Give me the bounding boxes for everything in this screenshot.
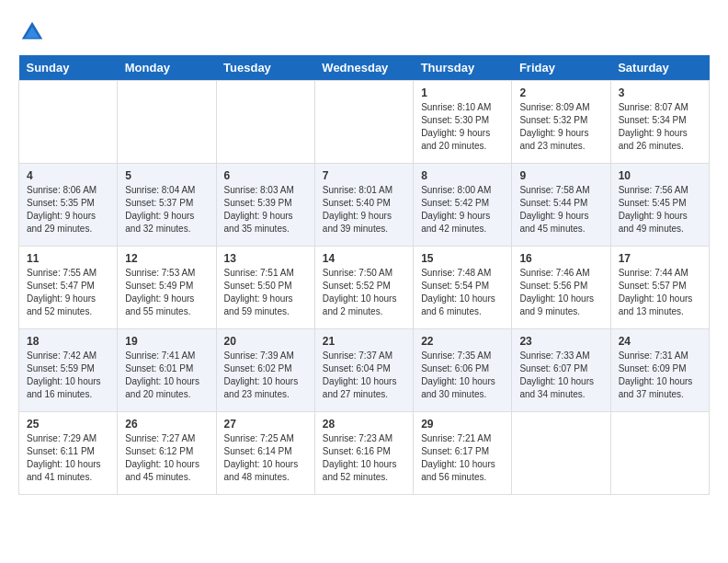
day-cell: 6Sunrise: 8:03 AM Sunset: 5:39 PM Daylig…: [216, 164, 314, 247]
day-cell: [19, 81, 118, 164]
calendar-table: SundayMondayTuesdayWednesdayThursdayFrid…: [18, 55, 710, 495]
day-cell: 26Sunrise: 7:27 AM Sunset: 6:12 PM Dayli…: [118, 412, 216, 495]
day-number: 9: [519, 169, 602, 182]
day-cell: 19Sunrise: 7:41 AM Sunset: 6:01 PM Dayli…: [118, 329, 216, 412]
day-info: Sunrise: 7:25 AM Sunset: 6:14 PM Dayligh…: [224, 432, 307, 484]
day-number: 20: [224, 335, 307, 348]
day-cell: [512, 412, 610, 495]
day-info: Sunrise: 7:37 AM Sunset: 6:04 PM Dayligh…: [323, 350, 405, 401]
day-info: Sunrise: 8:10 AM Sunset: 5:30 PM Dayligh…: [421, 101, 504, 153]
day-cell: 25Sunrise: 7:29 AM Sunset: 6:11 PM Dayli…: [19, 412, 118, 495]
day-info: Sunrise: 7:50 AM Sunset: 5:52 PM Dayligh…: [323, 267, 405, 318]
day-cell: 24Sunrise: 7:31 AM Sunset: 6:09 PM Dayli…: [610, 329, 709, 412]
day-info: Sunrise: 7:58 AM Sunset: 5:44 PM Dayligh…: [519, 184, 602, 236]
day-info: Sunrise: 8:01 AM Sunset: 5:40 PM Dayligh…: [323, 184, 405, 236]
page-header: [18, 18, 710, 46]
col-header-thursday: Thursday: [414, 55, 512, 81]
day-info: Sunrise: 8:07 AM Sunset: 5:34 PM Dayligh…: [619, 101, 701, 153]
day-number: 11: [27, 252, 109, 265]
day-cell: 12Sunrise: 7:53 AM Sunset: 5:49 PM Dayli…: [118, 247, 216, 329]
day-cell: [216, 81, 314, 164]
day-number: 22: [421, 335, 504, 348]
day-number: 4: [27, 169, 109, 182]
day-info: Sunrise: 8:00 AM Sunset: 5:42 PM Dayligh…: [421, 184, 504, 236]
day-cell: 2Sunrise: 8:09 AM Sunset: 5:32 PM Daylig…: [512, 81, 610, 164]
day-cell: 3Sunrise: 8:07 AM Sunset: 5:34 PM Daylig…: [610, 81, 709, 164]
day-info: Sunrise: 7:51 AM Sunset: 5:50 PM Dayligh…: [224, 267, 307, 318]
day-number: 28: [323, 418, 405, 431]
day-number: 13: [224, 252, 307, 265]
week-row-5: 25Sunrise: 7:29 AM Sunset: 6:11 PM Dayli…: [19, 412, 710, 495]
day-number: 19: [125, 335, 208, 348]
day-info: Sunrise: 7:53 AM Sunset: 5:49 PM Dayligh…: [125, 267, 208, 318]
week-row-3: 11Sunrise: 7:55 AM Sunset: 5:47 PM Dayli…: [19, 247, 710, 329]
day-info: Sunrise: 7:33 AM Sunset: 6:07 PM Dayligh…: [519, 350, 602, 401]
day-number: 2: [519, 86, 602, 99]
day-info: Sunrise: 7:21 AM Sunset: 6:17 PM Dayligh…: [421, 432, 504, 484]
week-row-2: 4Sunrise: 8:06 AM Sunset: 5:35 PM Daylig…: [19, 164, 710, 247]
day-info: Sunrise: 7:27 AM Sunset: 6:12 PM Dayligh…: [125, 432, 208, 484]
day-cell: 8Sunrise: 8:00 AM Sunset: 5:42 PM Daylig…: [414, 164, 512, 247]
day-info: Sunrise: 8:09 AM Sunset: 5:32 PM Dayligh…: [519, 101, 602, 153]
day-number: 16: [519, 252, 602, 265]
day-cell: 18Sunrise: 7:42 AM Sunset: 5:59 PM Dayli…: [19, 329, 118, 412]
day-info: Sunrise: 7:35 AM Sunset: 6:06 PM Dayligh…: [421, 350, 504, 401]
day-cell: 20Sunrise: 7:39 AM Sunset: 6:02 PM Dayli…: [216, 329, 314, 412]
day-info: Sunrise: 7:55 AM Sunset: 5:47 PM Dayligh…: [27, 267, 109, 318]
day-number: 26: [125, 418, 208, 431]
day-cell: 9Sunrise: 7:58 AM Sunset: 5:44 PM Daylig…: [512, 164, 610, 247]
day-number: 5: [125, 169, 208, 182]
day-info: Sunrise: 7:31 AM Sunset: 6:09 PM Dayligh…: [619, 350, 701, 401]
day-info: Sunrise: 7:29 AM Sunset: 6:11 PM Dayligh…: [27, 432, 109, 484]
day-number: 10: [619, 169, 701, 182]
day-cell: 1Sunrise: 8:10 AM Sunset: 5:30 PM Daylig…: [414, 81, 512, 164]
day-number: 3: [619, 86, 701, 99]
day-info: Sunrise: 8:03 AM Sunset: 5:39 PM Dayligh…: [224, 184, 307, 236]
week-row-4: 18Sunrise: 7:42 AM Sunset: 5:59 PM Dayli…: [19, 329, 710, 412]
col-header-saturday: Saturday: [610, 55, 709, 81]
day-number: 6: [224, 169, 307, 182]
day-info: Sunrise: 8:04 AM Sunset: 5:37 PM Dayligh…: [125, 184, 208, 236]
day-cell: 7Sunrise: 8:01 AM Sunset: 5:40 PM Daylig…: [314, 164, 413, 247]
day-cell: 13Sunrise: 7:51 AM Sunset: 5:50 PM Dayli…: [216, 247, 314, 329]
day-cell: [118, 81, 216, 164]
day-cell: 11Sunrise: 7:55 AM Sunset: 5:47 PM Dayli…: [19, 247, 118, 329]
day-number: 29: [421, 418, 504, 431]
logo: [18, 18, 50, 46]
header-row: SundayMondayTuesdayWednesdayThursdayFrid…: [19, 55, 710, 81]
day-cell: 23Sunrise: 7:33 AM Sunset: 6:07 PM Dayli…: [512, 329, 610, 412]
day-number: 14: [323, 252, 405, 265]
day-cell: 15Sunrise: 7:48 AM Sunset: 5:54 PM Dayli…: [414, 247, 512, 329]
day-info: Sunrise: 7:39 AM Sunset: 6:02 PM Dayligh…: [224, 350, 307, 401]
day-cell: [314, 81, 413, 164]
day-info: Sunrise: 7:23 AM Sunset: 6:16 PM Dayligh…: [323, 432, 405, 484]
col-header-sunday: Sunday: [19, 55, 118, 81]
day-number: 23: [519, 335, 602, 348]
day-number: 17: [619, 252, 701, 265]
day-cell: [610, 412, 709, 495]
day-cell: 17Sunrise: 7:44 AM Sunset: 5:57 PM Dayli…: [610, 247, 709, 329]
day-number: 1: [421, 86, 504, 99]
day-number: 7: [323, 169, 405, 182]
col-header-monday: Monday: [118, 55, 216, 81]
day-info: Sunrise: 7:42 AM Sunset: 5:59 PM Dayligh…: [27, 350, 109, 401]
day-info: Sunrise: 7:41 AM Sunset: 6:01 PM Dayligh…: [125, 350, 208, 401]
day-cell: 10Sunrise: 7:56 AM Sunset: 5:45 PM Dayli…: [610, 164, 709, 247]
day-cell: 22Sunrise: 7:35 AM Sunset: 6:06 PM Dayli…: [414, 329, 512, 412]
day-number: 8: [421, 169, 504, 182]
day-number: 15: [421, 252, 504, 265]
day-cell: 4Sunrise: 8:06 AM Sunset: 5:35 PM Daylig…: [19, 164, 118, 247]
day-cell: 27Sunrise: 7:25 AM Sunset: 6:14 PM Dayli…: [216, 412, 314, 495]
day-info: Sunrise: 7:56 AM Sunset: 5:45 PM Dayligh…: [619, 184, 701, 236]
day-cell: 16Sunrise: 7:46 AM Sunset: 5:56 PM Dayli…: [512, 247, 610, 329]
day-cell: 21Sunrise: 7:37 AM Sunset: 6:04 PM Dayli…: [314, 329, 413, 412]
logo-icon: [18, 18, 46, 46]
day-number: 24: [619, 335, 701, 348]
day-cell: 29Sunrise: 7:21 AM Sunset: 6:17 PM Dayli…: [414, 412, 512, 495]
col-header-tuesday: Tuesday: [216, 55, 314, 81]
day-info: Sunrise: 7:44 AM Sunset: 5:57 PM Dayligh…: [619, 267, 701, 318]
day-info: Sunrise: 7:48 AM Sunset: 5:54 PM Dayligh…: [421, 267, 504, 318]
day-number: 25: [27, 418, 109, 431]
day-info: Sunrise: 7:46 AM Sunset: 5:56 PM Dayligh…: [519, 267, 602, 318]
day-cell: 5Sunrise: 8:04 AM Sunset: 5:37 PM Daylig…: [118, 164, 216, 247]
